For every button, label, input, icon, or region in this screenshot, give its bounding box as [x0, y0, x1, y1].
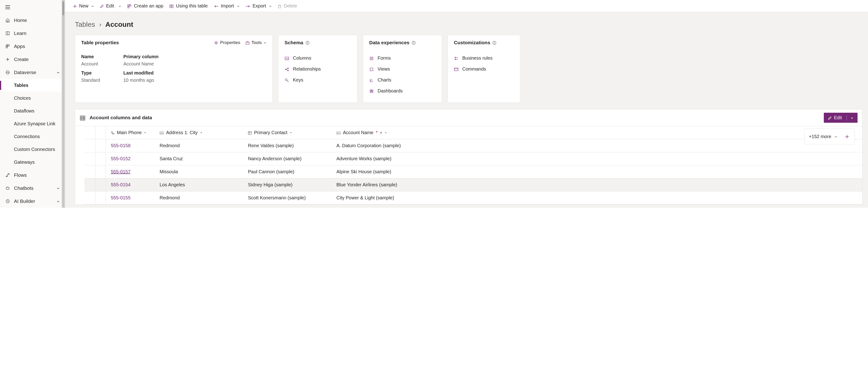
using-table-button[interactable]: Using this table	[169, 3, 208, 9]
sidebar-scrollbar[interactable]	[62, 0, 65, 208]
row-selector[interactable]	[85, 178, 95, 192]
sidebar-item-flows[interactable]: Flows	[0, 169, 65, 182]
add-column-button[interactable]: ＋	[844, 132, 850, 141]
command-bar: New Edit Create an app Using this table …	[65, 0, 868, 12]
table-row[interactable]: 555-0157MissoulaPaul Cannon (sample)Alpi…	[85, 165, 862, 178]
chevron-down-icon[interactable]	[850, 115, 854, 120]
action-label: Tools	[251, 40, 262, 45]
chevron-down-icon[interactable]	[118, 3, 121, 9]
cell-name[interactable]: A. Datum Corporation (sample)	[331, 139, 862, 152]
table-row[interactable]: 555-0158RedmondRene Valdes (sample)A. Da…	[85, 139, 862, 152]
link-label: Views	[378, 66, 390, 72]
hamburger-button[interactable]	[0, 0, 65, 14]
sidebar-item-chatbots[interactable]: Chatbots	[0, 182, 65, 195]
sidebar-item-custom-connectors[interactable]: Custom Connectors	[0, 143, 65, 156]
more-columns-button[interactable]: +152 more ＋	[805, 128, 855, 144]
column-header-city[interactable]: AbcAddress 1: City	[154, 126, 243, 139]
cell-city[interactable]: Redmond	[154, 192, 243, 204]
cell-phone[interactable]: 555-0155	[105, 192, 154, 204]
column-header-contact[interactable]: Primary Contact	[243, 126, 331, 139]
cell-name[interactable]: Adventure Works (sample)	[331, 152, 862, 165]
table-row[interactable]: 555-0155RedmondScott Konersmann (sample)…	[85, 192, 862, 204]
schema-columns-link[interactable]: AbcColumns	[284, 53, 351, 64]
svg-line-40	[288, 81, 288, 81]
svg-point-53	[494, 42, 495, 42]
sidebar-item-home[interactable]: Home	[0, 14, 65, 27]
row-selector[interactable]	[85, 165, 95, 178]
new-button[interactable]: New	[73, 3, 94, 9]
sidebar-item-tables[interactable]: Tables	[0, 79, 65, 92]
cell-phone[interactable]: 555-0154	[105, 178, 154, 192]
commands-link[interactable]: Commands	[454, 64, 514, 75]
cell-name[interactable]: Blue Yonder Airlines (sample)	[331, 178, 862, 192]
cell-contact[interactable]: Rene Valdes (sample)	[243, 139, 331, 152]
cell-name[interactable]: City Power & Light (sample)	[331, 192, 862, 204]
breadcrumb-current: Account	[105, 21, 133, 28]
sidebar-item-choices[interactable]: Choices	[0, 92, 65, 105]
toolbox-icon	[245, 40, 250, 45]
tools-button[interactable]: Tools	[245, 40, 267, 45]
sidebar-item-connections[interactable]: Connections	[0, 130, 65, 143]
charts-link[interactable]: Charts	[369, 75, 436, 85]
svg-rect-67	[248, 131, 251, 135]
sidebar-item-synapse[interactable]: Azure Synapse Link	[0, 117, 65, 130]
column-header-phone[interactable]: Main Phone	[105, 126, 154, 139]
table-row[interactable]: 555-0152Santa CruzNancy Anderson (sample…	[85, 152, 862, 165]
cell-name[interactable]: Alpine Ski House (sample)	[331, 165, 862, 178]
dashboards-link[interactable]: Dashboards	[369, 85, 436, 96]
column-header-name[interactable]: AbcAccount Name*	[331, 126, 862, 139]
cell-contact[interactable]: Sidney Higa (sample)	[243, 178, 331, 192]
cell-phone[interactable]: 555-0158	[105, 139, 154, 152]
info-icon[interactable]	[412, 40, 415, 46]
cell-city[interactable]: Redmond	[154, 139, 243, 152]
cell-city[interactable]: Santa Cruz	[154, 152, 243, 165]
row-selector[interactable]	[85, 152, 95, 165]
cell-phone[interactable]: 555-0157	[105, 165, 154, 178]
export-button[interactable]: Export	[246, 3, 272, 9]
grid-edit-button[interactable]: Edit	[824, 113, 858, 123]
business-rules-link[interactable]: Business rules	[454, 53, 514, 64]
cell-contact[interactable]: Nancy Anderson (sample)	[243, 152, 331, 165]
info-icon[interactable]	[493, 40, 496, 46]
row-selector-header[interactable]	[85, 126, 95, 139]
sidebar-item-create[interactable]: Create	[0, 53, 65, 66]
pencil-icon	[100, 3, 104, 9]
column-color-header	[95, 126, 105, 139]
sidebar-item-gateways[interactable]: Gateways	[0, 156, 65, 169]
import-button[interactable]: Import	[214, 3, 240, 9]
edit-button[interactable]: Edit	[100, 3, 121, 9]
cell-phone[interactable]: 555-0152	[105, 152, 154, 165]
info-icon[interactable]	[306, 40, 309, 46]
schema-card: Schema AbcColumns Relationships Keys	[278, 35, 358, 103]
schema-relationships-link[interactable]: Relationships	[284, 64, 351, 75]
svg-point-26	[215, 42, 217, 43]
table-properties-card: Table properties Properties Tools	[75, 35, 273, 103]
row-selector[interactable]	[85, 192, 95, 204]
schema-keys-link[interactable]: Keys	[284, 75, 351, 85]
sidebar-item-dataflows[interactable]: Dataflows	[0, 105, 65, 117]
properties-button[interactable]: Properties	[214, 40, 240, 45]
breadcrumb-root[interactable]: Tables	[75, 21, 95, 28]
sidebar-item-ai-builder[interactable]: AI Builder	[0, 195, 65, 208]
create-app-button[interactable]: Create an app	[127, 3, 163, 9]
sidebar-item-apps[interactable]: Apps	[0, 40, 65, 53]
link-label: Columns	[293, 55, 311, 61]
table-icon	[169, 3, 174, 9]
cell-contact[interactable]: Paul Cannon (sample)	[243, 165, 331, 178]
views-link[interactable]: Views	[369, 64, 436, 75]
forms-link[interactable]: Forms	[369, 53, 436, 64]
table-row[interactable]: 555-0154Los AngelesSidney Higa (sample)B…	[85, 178, 862, 192]
cell-city[interactable]: Los Angeles	[154, 178, 243, 192]
card-title: Data experiences	[369, 40, 409, 46]
prop-key: Primary column	[123, 54, 158, 59]
command-icon	[454, 66, 459, 72]
cell-city[interactable]: Missoula	[154, 165, 243, 178]
row-color	[95, 192, 105, 204]
chart-icon	[369, 77, 374, 83]
sidebar-item-dataverse[interactable]: Dataverse	[0, 66, 65, 79]
export-icon	[246, 3, 250, 9]
cell-contact[interactable]: Scott Konersmann (sample)	[243, 192, 331, 204]
sidebar-item-learn[interactable]: Learn	[0, 27, 65, 40]
link-label: Keys	[293, 77, 303, 83]
row-selector[interactable]	[85, 139, 95, 152]
